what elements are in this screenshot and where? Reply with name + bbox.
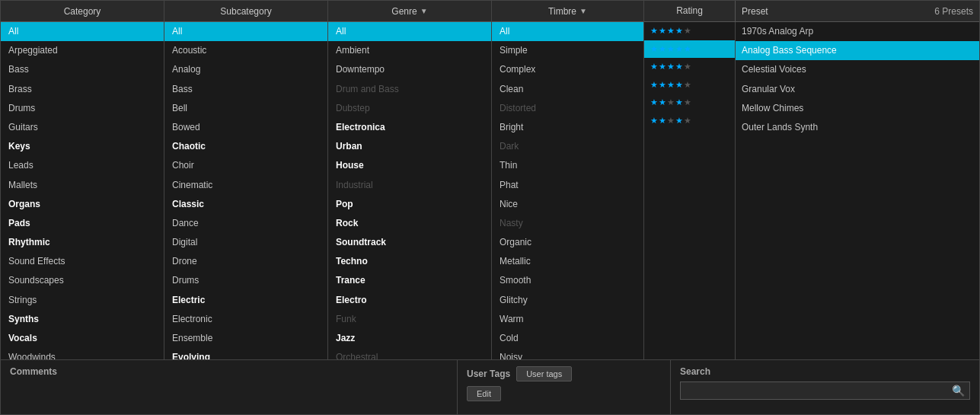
star-filled[interactable]: ★ — [667, 60, 675, 74]
list-item[interactable]: Electro — [328, 291, 491, 310]
list-item[interactable]: Trance — [328, 271, 491, 290]
list-item[interactable]: Bass — [1, 60, 164, 79]
list-item[interactable]: Rock — [328, 214, 491, 233]
list-item[interactable]: Vocals — [1, 329, 164, 348]
star-filled[interactable]: ★ — [659, 60, 666, 74]
list-item[interactable]: Drone — [164, 252, 327, 271]
list-item[interactable]: Smooth — [492, 271, 643, 290]
list-item[interactable]: Arpeggiated — [1, 41, 164, 60]
list-item[interactable]: Mallets — [1, 176, 164, 195]
list-item[interactable]: Dubstep — [328, 99, 491, 118]
list-item[interactable]: Organic — [492, 233, 643, 252]
list-item[interactable]: Techno — [328, 252, 491, 271]
star-filled[interactable]: ★ — [659, 43, 666, 56]
list-item[interactable]: Phat — [492, 176, 643, 195]
list-item[interactable]: Organs — [1, 195, 164, 214]
list-item[interactable]: Soundscapes — [1, 271, 164, 290]
star-filled[interactable]: ★ — [650, 96, 658, 110]
star-filled[interactable]: ★ — [650, 24, 658, 38]
list-item[interactable]: Orchestral — [328, 348, 491, 359]
list-item[interactable]: Distorted — [492, 99, 643, 118]
list-item[interactable]: Soundtrack — [328, 233, 491, 252]
category-list[interactable]: AllArpeggiatedBassBrassDrumsGuitarsKeysL… — [1, 22, 164, 359]
list-item[interactable]: Electronica — [328, 118, 491, 137]
list-item[interactable]: Brass — [1, 80, 164, 99]
timbre-header[interactable]: Timbre ▼ — [492, 1, 643, 22]
star-filled[interactable]: ★ — [675, 96, 683, 110]
list-item[interactable]: Jazz — [328, 329, 491, 348]
star-filled[interactable]: ★ — [650, 114, 658, 128]
star-filled[interactable]: ★ — [659, 24, 666, 38]
list-item[interactable]: Nice — [492, 195, 643, 214]
preset-list[interactable]: 1970s Analog ArpAnalog Bass SequenceCele… — [736, 22, 979, 359]
list-item[interactable]: Rhythmic — [1, 233, 164, 252]
list-item[interactable]: Electric — [164, 291, 327, 310]
star-filled[interactable]: ★ — [667, 24, 675, 38]
list-item[interactable]: Classic — [164, 195, 327, 214]
preset-row[interactable]: Celestial Voices — [736, 60, 979, 79]
list-item[interactable]: Bass — [164, 80, 327, 99]
star-filled[interactable]: ★ — [684, 43, 691, 56]
star-empty[interactable]: ★ — [667, 114, 675, 128]
list-item[interactable]: Electronic — [164, 310, 327, 329]
list-item[interactable]: All — [164, 22, 327, 41]
preset-row[interactable]: Analog Bass Sequence — [736, 41, 979, 60]
star-filled[interactable]: ★ — [650, 43, 658, 56]
star-filled[interactable]: ★ — [667, 43, 675, 56]
star-filled[interactable]: ★ — [659, 78, 666, 92]
list-item[interactable]: Drums — [1, 99, 164, 118]
list-item[interactable]: Bell — [164, 99, 327, 118]
edit-button[interactable]: Edit — [467, 386, 501, 401]
list-item[interactable]: Ensemble — [164, 329, 327, 348]
subcategory-list[interactable]: AllAcousticAnalogBassBellBowedChaoticCho… — [164, 22, 327, 359]
list-item[interactable]: Pop — [328, 195, 491, 214]
list-item[interactable]: All — [492, 22, 643, 41]
list-item[interactable]: Dance — [164, 214, 327, 233]
list-item[interactable]: Cold — [492, 329, 643, 348]
list-item[interactable]: Funk — [328, 310, 491, 329]
list-item[interactable]: Nasty — [492, 214, 643, 233]
list-item[interactable]: Analog — [164, 60, 327, 79]
list-item[interactable]: Complex — [492, 60, 643, 79]
timbre-list[interactable]: AllSimpleComplexCleanDistortedBrightDark… — [492, 22, 643, 359]
star-filled[interactable]: ★ — [675, 24, 683, 38]
list-item[interactable]: Woodwinds — [1, 348, 164, 359]
list-item[interactable]: Keys — [1, 137, 164, 156]
preset-row[interactable]: Outer Lands Synth — [736, 118, 979, 137]
star-empty[interactable]: ★ — [684, 60, 691, 74]
star-empty[interactable]: ★ — [684, 96, 691, 110]
list-item[interactable]: Cinematic — [164, 176, 327, 195]
list-item[interactable]: Strings — [1, 291, 164, 310]
list-item[interactable]: Thin — [492, 156, 643, 175]
preset-row[interactable]: 1970s Analog Arp — [736, 22, 979, 41]
list-item[interactable]: Guitars — [1, 118, 164, 137]
list-item[interactable]: House — [328, 156, 491, 175]
list-item[interactable]: Evolving — [164, 348, 327, 359]
list-item[interactable]: Ambient — [328, 41, 491, 60]
star-filled[interactable]: ★ — [650, 78, 658, 92]
star-filled[interactable]: ★ — [675, 60, 683, 74]
search-input-row[interactable]: 🔍 — [680, 381, 970, 400]
star-filled[interactable]: ★ — [659, 114, 666, 128]
timbre-dropdown-arrow[interactable]: ▼ — [579, 7, 587, 15]
genre-dropdown-arrow[interactable]: ▼ — [420, 7, 428, 15]
list-item[interactable]: Industrial — [328, 176, 491, 195]
list-item[interactable]: Leads — [1, 156, 164, 175]
list-item[interactable]: Metallic — [492, 252, 643, 271]
genre-header[interactable]: Genre ▼ — [328, 1, 491, 22]
list-item[interactable]: Synths — [1, 310, 164, 329]
list-item[interactable]: Drum and Bass — [328, 80, 491, 99]
genre-list[interactable]: AllAmbientDowntempoDrum and BassDubstepE… — [328, 22, 491, 359]
star-empty[interactable]: ★ — [684, 114, 691, 128]
list-item[interactable]: Downtempo — [328, 60, 491, 79]
list-item[interactable]: Choir — [164, 156, 327, 175]
list-item[interactable]: Drums — [164, 271, 327, 290]
list-item[interactable]: Glitchy — [492, 291, 643, 310]
preset-row[interactable]: Granular Vox — [736, 80, 979, 99]
list-item[interactable]: All — [328, 22, 491, 41]
preset-row[interactable]: Mellow Chimes — [736, 99, 979, 118]
star-filled[interactable]: ★ — [675, 43, 683, 56]
search-input[interactable] — [685, 385, 949, 396]
list-item[interactable]: Chaotic — [164, 137, 327, 156]
list-item[interactable]: Acoustic — [164, 41, 327, 60]
